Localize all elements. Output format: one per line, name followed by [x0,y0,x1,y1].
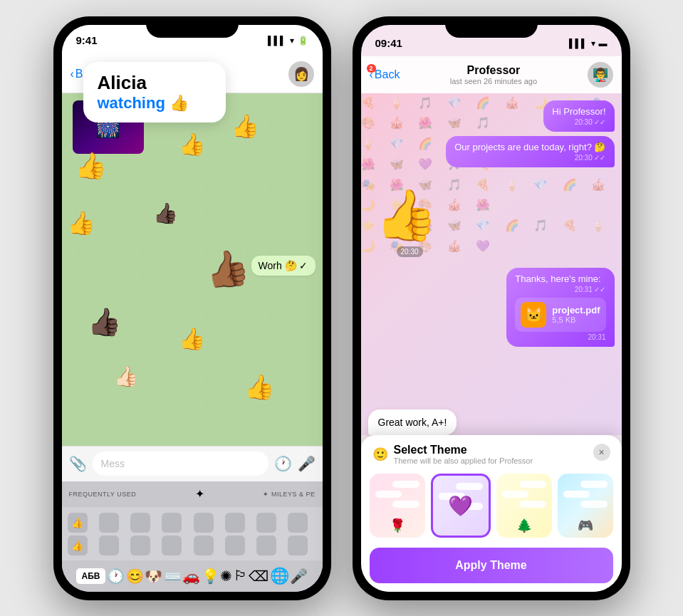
emoji-cell[interactable] [288,536,308,555]
theme-panel-title: Select Theme [394,444,533,456]
close-icon: × [598,447,604,458]
theme-bubble [519,481,546,488]
emoji-cell[interactable] [288,513,308,533]
theme-bubble [456,483,482,490]
smiley-icon[interactable]: 😊 [126,568,144,585]
theme-panel-text: Select Theme Theme will be also applied … [394,444,533,465]
tab-mileys[interactable]: ✦ MILEYS & PE [263,491,315,498]
theme-bubble [563,491,590,498]
theme-options: 🌹 💜 [361,468,622,543]
select-theme-panel: 🙂 Select Theme Theme will be also applie… [361,435,622,592]
apply-theme-label: Apply Theme [455,559,526,572]
chat-bg-1: 🎆 👍 👍 👍 👍 👍🏿 👍🏾 👍🏿 👍 👍🏻 👍 Worh 🤔 ✓ [62,93,323,481]
emoji-cell[interactable] [162,536,182,555]
clock-emoji-icon[interactable]: 🕐 [107,568,125,585]
theme-bubbles-3 [502,481,546,508]
theme-panel-subtitle: Theme will be also applied for Professor [394,456,533,465]
emoji-cell[interactable] [130,513,150,533]
msg-text: Hi Professor! [552,106,605,117]
input-placeholder-1: Mess [101,458,125,469]
emoji-float-6: 👍🏾 [202,245,252,293]
back-badge-count: 2 [367,64,376,73]
globe-icon[interactable]: 🌐 [270,567,289,585]
emoji-picker-tabs: FREQUENTLY USED ✦ ✦ MILEYS & PE [62,481,323,507]
back-button-2[interactable]: 2 ‹ Back [370,68,400,81]
input-bar-1: 📎 Mess 🕐 🎤 [62,446,323,481]
car-icon[interactable]: 🚗 [182,568,200,585]
theme-option-1[interactable]: 🌹 [370,474,425,538]
emoji-picker-keyboard: АБВ 🕐 😊 🐶 ⌨️ 🚗 💡 ✺ 🏳 ⌫ 🌐 🎤 [62,560,323,592]
emoji-cell[interactable] [225,513,245,533]
emoji-float-8: 👍 [179,326,205,351]
theme-option-3[interactable]: 🌲 [496,474,552,538]
emoji-float-9: 👍🏻 [114,365,139,388]
symbol-icon[interactable]: ✺ [220,568,232,585]
file-attachment: 🐱 project.pdf 5,5 KB [515,298,605,332]
great-work-text: Great work, A+! [378,417,447,428]
status-time-2: 09:41 [375,37,402,49]
msg-text-2: Our projects are due today, right? 🤔 [454,142,605,152]
message-bubble-1: Worh 🤔 ✓ [251,256,316,276]
emoji-cell[interactable] [194,513,214,533]
emoji-cell[interactable] [99,536,119,555]
theme-panel-left: 🙂 Select Theme Theme will be also applie… [372,444,533,465]
bulb-icon[interactable]: 💡 [202,568,219,585]
theme-bubble [392,501,419,508]
emoji-cell[interactable]: 👍 [68,536,88,555]
apply-theme-button[interactable]: Apply Theme [370,548,613,583]
attachment-icon[interactable]: 📎 [69,455,87,472]
tab-frequently-used[interactable]: FREQUENTLY USED [69,491,137,498]
emoji-cell[interactable] [256,513,276,533]
theme-bubbles-1 [375,481,419,508]
emoji-cell[interactable] [162,513,182,533]
emoji-float-1: 👍 [75,151,107,181]
keyboard-label[interactable]: АБВ [76,568,106,584]
theme-bubble [375,491,402,498]
mic-keyboard-icon[interactable]: 🎤 [290,568,308,585]
emoji-float-7: 👍🏿 [88,306,121,338]
emoji-cell[interactable] [256,536,276,555]
theme-option-4[interactable]: 🎮 [558,474,613,538]
signal-icon: ▌▌▌ [268,36,286,46]
emoji-cell[interactable] [194,536,214,555]
animal-icon[interactable]: 🐶 [145,568,162,585]
emoji-cell[interactable] [99,513,119,533]
message-hi-professor: Hi Professor! 20:30 ✓✓ [543,100,614,132]
delete-icon[interactable]: ⌫ [249,568,268,585]
emoji-cell[interactable]: 👍 [68,513,88,533]
theme-close-button[interactable]: × [593,444,610,461]
notch-1 [146,16,239,38]
clock-icon[interactable]: 🕐 [274,455,292,472]
chat-header-center: Professor last seen 26 minutes ago [405,64,581,85]
message-row-1: Worh 🤔 ✓ [251,256,316,276]
chat-bg-2: 🍕 🍦 🎵 💎 🌈 🎪 🌙 ⭐ 🎭 🎨 🎪 🌺 🦋 🎵 🍦 💎 🌈 🎪 🌙 ⭐ … [361,93,622,435]
emoji-picker-1: FREQUENTLY USED ✦ ✦ MILEYS & PE 👍 👍 [62,481,323,592]
flag-icon[interactable]: 🏳 [234,568,248,584]
message-projects-due: Our projects are due today, right? 🤔 20:… [446,136,614,167]
file-time: 20:31 [515,333,605,341]
battery-icon-2: ▬ [599,38,608,48]
emoji-float-5: 👍🏿 [153,202,178,225]
thumbs-time: 20:30 [397,246,423,257]
wifi-icon: ▾ [290,36,294,46]
tooltip-title: Alicia [98,72,212,94]
avatar-2: 👨‍🏫 [588,62,613,88]
tooltip-bubble: Alicia watching 👍 [83,62,226,122]
mic-icon[interactable]: 🎤 [298,455,316,472]
emoji-float-4: 👍 [67,209,95,236]
emoji-cell[interactable] [130,536,150,555]
emoji-cell[interactable] [225,536,245,555]
theme-bubble [519,501,546,508]
chevron-left-icon: ‹ [71,68,74,80]
status-icons-1: ▌▌▌ ▾ 🔋 [268,36,308,46]
msg-text-3: Thanks, here's mine: [515,273,605,284]
back-label-2: Back [375,68,400,81]
emoji-float-2: 👍 [179,132,205,157]
keyboard-icon[interactable]: ⌨️ [164,568,182,585]
message-thanks: Thanks, here's mine: 20:31 ✓✓ 🐱 project.… [506,268,614,347]
theme-option-2[interactable]: 💜 [431,474,491,538]
great-work-bubble: Great work, A+! [368,409,457,435]
theme-emoji-1: 🌹 [390,518,405,533]
emoji-grid: 👍 👍 [62,507,323,561]
message-input-1[interactable]: Mess [93,451,268,476]
